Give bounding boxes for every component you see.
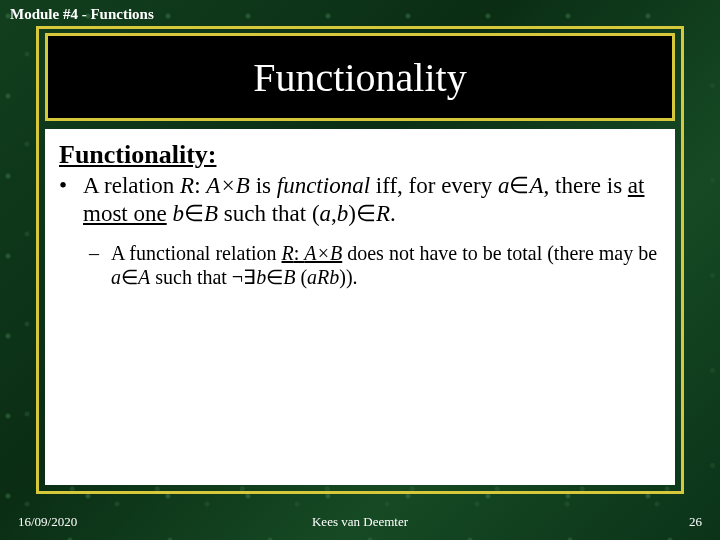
bullet1-content: A relation R: A×B is functional iff, for… [83,172,661,227]
txt: : [194,173,206,198]
set-B: B [204,201,218,226]
var-b: b [337,201,349,226]
title-box: Functionality [45,33,675,121]
footer: 16/09/2020 Kees van Deemter 26 [0,514,720,530]
bullet-dash: – [89,241,111,289]
txt: , there is [544,173,628,198]
txt: )). [339,266,357,288]
txt: A relation [83,173,180,198]
var-a: a [498,173,510,198]
footer-page: 26 [689,514,702,530]
txt: is [250,173,277,198]
set-AxB: A×B [206,173,250,198]
txt: A functional relation [111,242,282,264]
slide-title: Functionality [253,54,466,101]
slide-body: Functionality: • A relation R: A×B is fu… [45,129,675,485]
txt: : [294,242,305,264]
set-B: B [283,266,295,288]
var-a: a [111,266,121,288]
set-A: A [529,173,543,198]
var-b: b [172,201,184,226]
module-label: Module #4 - Functions [10,6,154,23]
txt: . [390,201,396,226]
txt: iff, for every [370,173,498,198]
txt: does not have to be total (there may be [342,242,657,264]
sym-in: ∈ [509,173,529,198]
txt: such that ( [218,201,320,226]
expr-aRb: aRb [307,266,339,288]
txt: )∈ [348,201,376,226]
bullet-level2: – A functional relation R: A×B does not … [89,241,661,289]
set-AxB: A×B [304,242,342,264]
var-R: R [376,201,390,226]
bullet2-content: A functional relation R: A×B does not ha… [111,241,661,289]
sym-in: ∈ [266,266,283,288]
bullet-level1: • A relation R: A×B is functional iff, f… [59,172,661,227]
var-R: R [180,173,194,198]
var-b: b [256,266,266,288]
var-a: a [320,201,332,226]
sym-in: ∈ [121,266,138,288]
var-R: R [282,242,294,264]
word-functional: functional [277,173,370,198]
sym-in: ∈ [184,201,204,226]
footer-author: Kees van Deemter [0,514,720,530]
txt: ( [295,266,307,288]
body-heading: Functionality: [59,139,661,170]
txt: such that ¬∃ [150,266,256,288]
bullet-dot: • [59,172,83,227]
slide-frame: Functionality Functionality: • A relatio… [36,26,684,494]
footer-date: 16/09/2020 [18,514,77,530]
set-A: A [138,266,150,288]
